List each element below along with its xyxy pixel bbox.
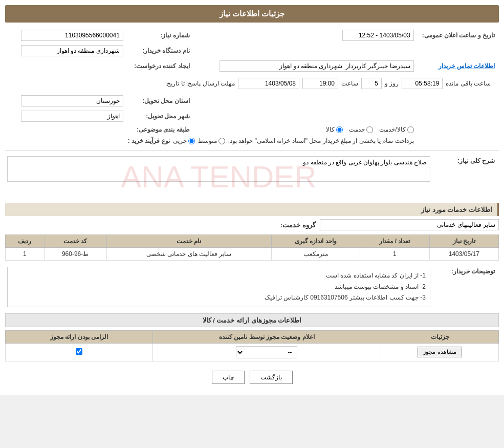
cell-unit: مترمکعب xyxy=(271,248,360,261)
days-label: روز و xyxy=(385,80,399,87)
col-name-header: نام خدمت xyxy=(106,235,271,248)
category-kala-khadamat-label: کالا/خدمت xyxy=(379,126,405,133)
service-group-row: گروه خدمت: xyxy=(5,219,499,230)
province-input[interactable] xyxy=(21,95,123,106)
purchase-jozei-label: جزیی xyxy=(173,137,187,144)
time-input[interactable] xyxy=(302,78,338,89)
response-deadline-label: مهلت ارسال پاسخ: تا تاریخ: xyxy=(165,80,235,87)
announce-date-input[interactable] xyxy=(342,30,414,41)
creator-input[interactable] xyxy=(220,60,414,72)
request-number-label: شماره نیاز: xyxy=(127,28,194,43)
days-input[interactable] xyxy=(361,78,382,89)
buyer-notes-label: توضیحات خریدار: xyxy=(432,265,499,309)
main-info-table: تاریخ و ساعت اعلان عمومی: شماره نیاز: نا… xyxy=(5,28,499,146)
permit-cell-details: مشاهده مجوز xyxy=(381,343,499,361)
cell-date: 1403/05/17 xyxy=(429,248,498,261)
permit-announce-select[interactable]: -- xyxy=(236,346,297,358)
service-group-input[interactable] xyxy=(320,219,499,230)
permit-required-checkbox[interactable] xyxy=(76,348,82,355)
city-label: شهر محل تحویل: xyxy=(127,109,194,124)
category-kala-khadamat-radio[interactable]: کالا/خدمت xyxy=(379,126,413,133)
cell-qty: 1 xyxy=(360,248,429,261)
services-section-header: اطلاعات خدمات مورد نیاز xyxy=(5,203,499,216)
print-button[interactable]: چاپ xyxy=(212,371,245,384)
divider-1 xyxy=(5,151,499,151)
purchase-type-text: پرداخت تمام یا بخشی از مبلغ خریداز محل "… xyxy=(228,137,414,144)
creator-label: ایجاد کننده درخواست: xyxy=(127,58,194,74)
buyer-notes-content: 1- از ایران کد مشابه استفاده شده است2- ا… xyxy=(7,267,430,307)
permit-table: جزئیات اعلام وضعیت مجوز توسط نامین کننده… xyxy=(5,330,499,361)
category-label: طبقه بندی موضوعی: xyxy=(127,124,194,135)
purchase-jozei-radio[interactable]: جزیی xyxy=(173,137,195,144)
table-row: 1403/05/17 1 مترمکعب سایر فعالیت های خدم… xyxy=(6,248,499,261)
need-desc-area: ANA TENDER xyxy=(7,156,430,197)
permit-section-header: اطلاعات مجوزهای ارائه خدمت / کالا xyxy=(5,313,499,327)
category-kala-label: کالا xyxy=(326,126,335,133)
cell-name: سایر فعالیت های خدماتی شخصی xyxy=(106,248,271,261)
creator-contact-link[interactable]: اطلاعات تماس خریدار xyxy=(439,62,495,70)
category-kala-radio[interactable]: کالا xyxy=(326,126,343,133)
permit-col-required: الزامی بودن ارائه مجوز xyxy=(6,330,153,343)
services-grid: تاریخ نیاز تعداد / مقدار واحد اندازه گیر… xyxy=(5,234,499,261)
announce-date-label: تاریخ و ساعت اعلان عمومی: xyxy=(418,28,499,43)
buyer-name-label: نام دستگاه خریدار: xyxy=(127,43,194,58)
purchase-motovaset-radio[interactable]: متوسط xyxy=(198,137,225,144)
page-wrapper: جزئیات اطلاعات نیاز تاریخ و ساعت اعلان ع… xyxy=(0,0,504,395)
permit-col-announce: اعلام وضعیت مجوز توسط نامین کننده xyxy=(152,330,381,343)
col-qty-header: تعداد / مقدار xyxy=(360,235,429,248)
buyer-name-input[interactable] xyxy=(21,45,123,56)
view-permit-button[interactable]: مشاهده مجوز xyxy=(418,347,462,357)
cell-row: 1 xyxy=(6,248,45,261)
remaining-time-input[interactable] xyxy=(402,78,443,89)
category-khadamat-label: خدمت xyxy=(349,126,365,133)
service-group-label: گروه خدمت: xyxy=(280,221,316,229)
need-desc-textarea[interactable] xyxy=(7,156,430,182)
request-number-input[interactable] xyxy=(21,30,123,41)
cell-code: ط-96-960 xyxy=(44,248,106,261)
time-label: ساعت xyxy=(341,80,358,87)
action-buttons-row: بازگشت چاپ xyxy=(5,365,499,390)
category-khadamat-radio[interactable]: خدمت xyxy=(349,126,373,133)
page-title: جزئیات اطلاعات نیاز xyxy=(5,5,499,23)
permit-cell-required xyxy=(6,343,153,361)
col-unit-header: واحد اندازه گیری xyxy=(271,235,360,248)
purchase-type-label: نوع فرآیند خرید : xyxy=(128,137,170,144)
remaining-time-label: ساعت باقی مانده xyxy=(446,80,491,87)
province-label: استان محل تحویل: xyxy=(127,93,194,109)
need-desc-label: شرح کلی نیاز: xyxy=(432,154,499,199)
col-code-header: کد خدمت xyxy=(44,235,106,248)
city-input[interactable] xyxy=(21,111,123,122)
back-button[interactable]: بازگشت xyxy=(250,371,293,384)
permit-cell-announce: -- xyxy=(152,343,381,361)
permit-col-details: جزئیات xyxy=(381,330,499,343)
purchase-motovaset-label: متوسط xyxy=(198,137,217,144)
table-row: مشاهده مجوز -- xyxy=(6,343,499,361)
buyer-notes-table: توضیحات خریدار: 1- از ایران کد مشابه است… xyxy=(5,265,499,309)
col-row-header: ردیف xyxy=(6,235,45,248)
col-date-header: تاریخ نیاز xyxy=(429,235,498,248)
response-date-input[interactable] xyxy=(238,78,299,89)
need-desc-table: شرح کلی نیاز: ANA TENDER xyxy=(5,154,499,199)
